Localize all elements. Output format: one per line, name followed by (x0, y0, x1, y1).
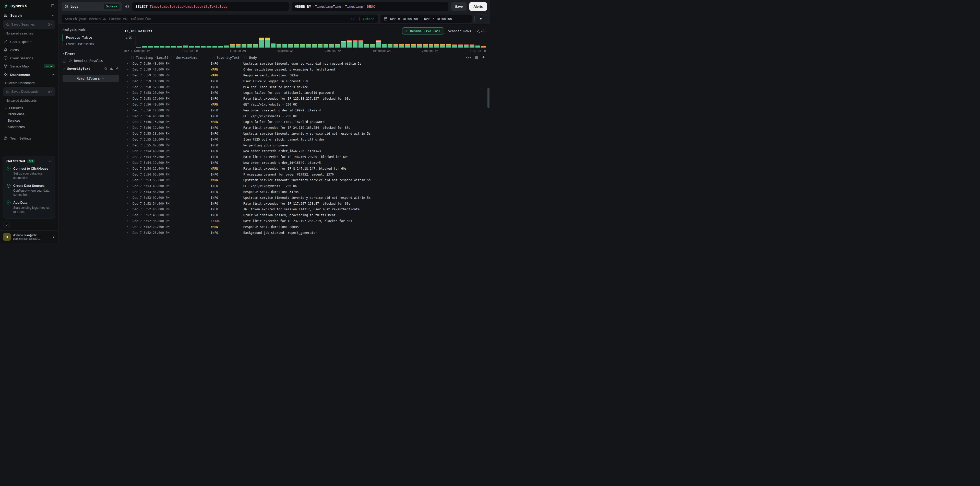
table-scrollbar[interactable] (487, 88, 490, 242)
row-expand-icon[interactable] (124, 80, 130, 83)
source-settings-icon[interactable] (125, 4, 129, 9)
create-dashboard-button[interactable]: + Create Dashboard (0, 79, 58, 87)
chart-bar[interactable] (393, 44, 398, 48)
chart-bar[interactable] (446, 44, 451, 48)
chart-bar[interactable] (318, 44, 323, 48)
row-expand-icon[interactable] (124, 138, 130, 141)
log-row[interactable]: Dec 7 5:54:05.000 PMINFOProcessing payme… (124, 172, 487, 177)
chart-bar[interactable] (452, 45, 457, 48)
log-row[interactable]: Dec 7 5:55:19.000 PMINFOItem 7525 out of… (124, 137, 487, 142)
chart-bar[interactable] (177, 46, 182, 48)
log-row[interactable]: Dec 7 5:53:49.000 PMINFOGET /api/v1/paym… (124, 183, 487, 189)
chart-bar[interactable] (183, 46, 188, 48)
log-row[interactable]: Dec 7 5:59:14.000 PMINFOUser alice_w log… (124, 78, 487, 84)
chart-bar[interactable] (270, 43, 275, 48)
chart-bar[interactable] (247, 44, 252, 48)
chart-bar[interactable] (347, 40, 352, 48)
log-row[interactable]: Dec 7 5:52:35.000 PMFATALRate limit exce… (124, 218, 487, 224)
row-expand-icon[interactable] (124, 156, 130, 158)
chart-bar[interactable] (341, 41, 346, 48)
row-expand-icon[interactable] (124, 91, 130, 94)
log-row[interactable]: Dec 7 5:56:48.000 PMINFONew order create… (124, 107, 487, 113)
row-expand-icon[interactable] (124, 68, 130, 71)
row-expand-icon[interactable] (124, 97, 130, 100)
collapse-sidebar-icon[interactable] (51, 4, 55, 8)
chart-bar[interactable] (212, 46, 217, 48)
facet-pin-icon[interactable] (115, 67, 119, 70)
chart-bar[interactable] (358, 40, 363, 48)
chart-bar[interactable] (242, 44, 247, 48)
date-range-picker[interactable]: Dec 6 18:00:00 - Dec 7 18:00:00 (380, 14, 472, 23)
mode-lucene[interactable]: Lucene (363, 17, 374, 21)
row-expand-icon[interactable] (124, 220, 130, 222)
column-header-servicename[interactable]: ⋮⋮ServiceName (170, 56, 211, 59)
log-row[interactable]: Dec 7 5:56:12.000 PMINFORate limit excee… (124, 125, 487, 131)
row-expand-icon[interactable] (124, 121, 130, 123)
chart-bar[interactable] (405, 44, 410, 48)
chart-bar[interactable] (201, 46, 205, 48)
chart-bar[interactable] (370, 44, 375, 48)
chart-bar[interactable] (300, 44, 305, 48)
get-started-item-add-data[interactable]: Add DataStart sending logs, metrics, or … (6, 200, 52, 214)
chart-bar[interactable] (481, 46, 486, 48)
chart-bar[interactable] (306, 44, 311, 48)
facet-search-icon[interactable] (104, 67, 108, 70)
facet-severitytext[interactable]: SeverityText (62, 67, 119, 70)
chevron-right-icon[interactable] (62, 67, 65, 70)
row-expand-icon[interactable] (124, 62, 130, 65)
schema-badge[interactable]: Schema (104, 4, 119, 9)
chart-bar[interactable] (476, 46, 480, 48)
chart-bar[interactable] (259, 38, 264, 48)
row-expand-icon[interactable] (124, 167, 130, 170)
more-filters-button[interactable]: More filters (62, 75, 119, 82)
row-expand-icon[interactable] (124, 173, 130, 176)
chevron-up-icon[interactable] (52, 73, 55, 76)
log-row[interactable]: Dec 7 5:52:54.000 PMINFORate limit excee… (124, 201, 487, 206)
chart-bar[interactable] (429, 44, 434, 48)
chart-bar[interactable] (399, 44, 404, 48)
chart-bar[interactable] (353, 40, 358, 48)
row-expand-icon[interactable] (124, 190, 130, 193)
sidebar-item-service-map[interactable]: Service Map BETA (0, 62, 58, 70)
log-row[interactable]: Dec 7 5:53:53.000 PMWARNUpstream service… (124, 177, 487, 183)
chart-bar[interactable] (376, 40, 381, 48)
facet-chart-icon[interactable] (110, 67, 113, 70)
row-expand-icon[interactable] (124, 196, 130, 199)
row-expand-icon[interactable] (124, 132, 130, 135)
download-icon[interactable] (482, 56, 485, 59)
chart-bar[interactable] (171, 46, 176, 48)
log-row[interactable]: Dec 7 5:53:02.000 PMINFOUpstream service… (124, 195, 487, 201)
presets-toggle[interactable]: PRESETS (0, 105, 58, 111)
get-started-header[interactable]: Get Started 3/3 (6, 159, 52, 163)
drag-handle-icon[interactable]: ⋮⋮ (243, 56, 247, 59)
chart-bar[interactable] (388, 44, 393, 48)
saved-dashboards-field[interactable] (11, 90, 46, 94)
row-expand-icon[interactable] (124, 109, 130, 112)
preset-kubernetes[interactable]: Kubernetes (0, 124, 58, 130)
row-expand-icon[interactable] (124, 150, 130, 153)
chart-bar[interactable] (382, 44, 387, 48)
chart-bar[interactable] (165, 46, 170, 48)
sidebar-section-dashboards[interactable]: Dashboards (0, 70, 58, 79)
log-row[interactable]: Dec 7 5:52:46.000 PMINFOJWT token expire… (124, 206, 487, 212)
chart-bar[interactable] (207, 46, 212, 48)
row-expand-icon[interactable] (124, 74, 130, 76)
chart-bar[interactable] (329, 44, 334, 48)
log-row[interactable]: Dec 7 5:54:19.000 PMINFONew order create… (124, 160, 487, 166)
row-expand-icon[interactable] (124, 115, 130, 118)
column-header-timestamp[interactable]: ⋮⋮Timestamp (Local) (130, 56, 170, 59)
chart-bar[interactable] (142, 46, 147, 48)
log-row[interactable]: Dec 7 5:56:49.000 PMWARNGET /api/v1/prod… (124, 102, 487, 108)
chart-bar[interactable] (189, 46, 194, 48)
row-expand-icon[interactable] (124, 144, 130, 147)
sidebar-item-client-sessions[interactable]: Client Sessions (0, 54, 58, 62)
save-button[interactable]: Save (451, 2, 466, 11)
drag-handle-icon[interactable]: ⋮⋮ (170, 56, 174, 59)
sidebar-item-alerts[interactable]: Alerts (0, 46, 58, 54)
row-expand-icon[interactable] (124, 214, 130, 217)
source-code-icon[interactable]: </> (466, 56, 471, 59)
mode-sql[interactable]: SQL (351, 17, 356, 21)
chart-bar[interactable] (148, 46, 153, 48)
run-query-button[interactable] (474, 14, 487, 23)
denoise-checkbox[interactable] (62, 59, 67, 62)
